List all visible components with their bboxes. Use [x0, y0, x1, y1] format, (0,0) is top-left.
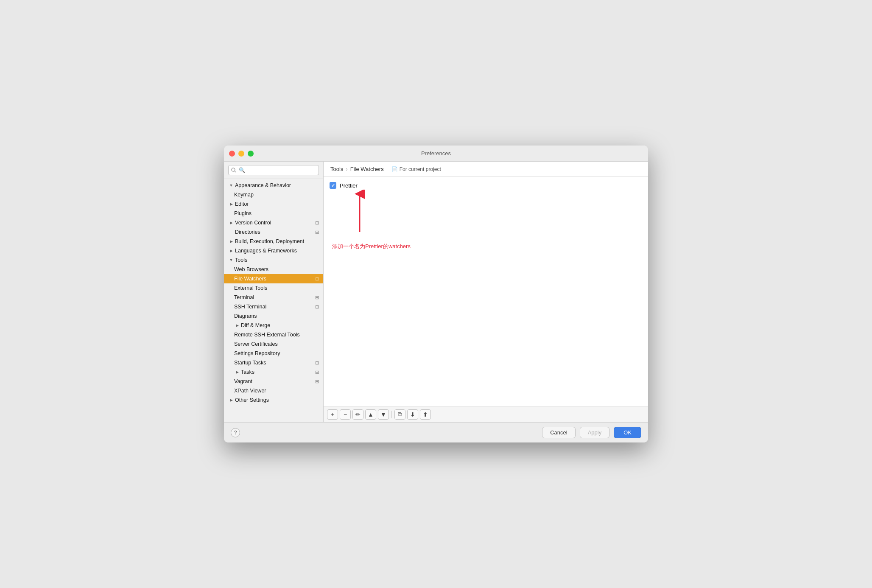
main-body: ✓ Prettier	[324, 177, 648, 406]
footer-right: Cancel Apply OK	[542, 427, 641, 438]
sidebar-item-label: Settings Repository	[234, 350, 280, 356]
minimize-button[interactable]	[238, 151, 244, 157]
import-button[interactable]: ⬇	[407, 409, 418, 420]
sidebar-item-languages-frameworks[interactable]: ▶ Languages & Frameworks	[224, 246, 323, 255]
project-badge-icon: 📄	[391, 166, 398, 172]
maximize-button[interactable]	[248, 151, 254, 157]
sidebar-item-label: Appearance & Behavior	[235, 182, 291, 188]
sidebar-item-label: XPath Viewer	[234, 388, 266, 394]
sidebar-item-label: Startup Tasks	[234, 360, 266, 366]
sidebar-item-build-execution-deployment[interactable]: ▶ Build, Execution, Deployment	[224, 237, 323, 246]
sidebar-item-label: Version Control	[235, 220, 271, 226]
sidebar-item-label: Build, Execution, Deployment	[235, 238, 304, 244]
project-badge-label: For current project	[400, 166, 441, 172]
sidebar-item-plugins[interactable]: Plugins	[224, 209, 323, 218]
help-button[interactable]: ?	[231, 428, 240, 437]
sidebar-item-remote-ssh-external-tools[interactable]: Remote SSH External Tools	[224, 330, 323, 339]
sync-icon: ⊞	[315, 295, 319, 300]
sidebar-item-label: Other Settings	[235, 397, 269, 403]
sidebar-item-terminal[interactable]: Terminal ⊞	[224, 293, 323, 302]
window-title: Preferences	[421, 150, 451, 157]
sidebar-item-label: Tasks	[241, 369, 254, 375]
expand-icon: ▼	[228, 182, 234, 188]
sidebar-item-label: Keymap	[234, 192, 254, 198]
sidebar-item-tools[interactable]: ▼ Tools	[224, 255, 323, 265]
move-down-button[interactable]: ▼	[378, 409, 389, 420]
sidebar-item-settings-repository[interactable]: Settings Repository	[224, 349, 323, 358]
expand-icon: ▶	[228, 248, 234, 254]
sync-icon: ⊞	[315, 360, 319, 366]
footer-left: ?	[231, 428, 240, 437]
content-area: ▼ Appearance & Behavior Keymap ▶ Editor …	[224, 162, 648, 422]
sidebar-item-diff-merge[interactable]: ▶ Diff & Merge	[224, 321, 323, 330]
expand-icon: ▶	[234, 369, 240, 375]
list-item: ✓ Prettier	[327, 180, 645, 190]
footer: ? Cancel Apply OK	[224, 422, 648, 442]
sync-icon: ⊞	[315, 379, 319, 384]
sidebar-item-startup-tasks[interactable]: Startup Tasks ⊞	[224, 358, 323, 367]
search-input[interactable]	[228, 165, 319, 175]
breadcrumb-separator: ›	[346, 166, 347, 172]
sidebar-item-diagrams[interactable]: Diagrams	[224, 311, 323, 321]
sidebar-item-label: File Watchers	[234, 276, 266, 282]
sync-icon: ⊞	[315, 276, 319, 282]
sidebar-item-directories[interactable]: Directories ⊞	[224, 227, 323, 237]
watcher-checkbox[interactable]: ✓	[330, 182, 336, 189]
sync-icon: ⊞	[315, 220, 319, 226]
sidebar-item-editor[interactable]: ▶ Editor	[224, 199, 323, 209]
expand-icon: ▶	[228, 201, 234, 207]
add-watcher-button[interactable]: +	[327, 409, 338, 420]
sidebar-item-label: Server Certificates	[234, 341, 278, 347]
sidebar-item-appearance-behavior[interactable]: ▼ Appearance & Behavior	[224, 181, 323, 190]
ok-button[interactable]: OK	[614, 427, 641, 438]
watchers-list: ✓ Prettier	[324, 177, 648, 406]
checkmark-icon: ✓	[331, 183, 335, 188]
edit-watcher-button[interactable]: ✏	[352, 409, 363, 420]
sidebar-list: ▼ Appearance & Behavior Keymap ▶ Editor …	[224, 179, 323, 422]
help-icon: ?	[234, 430, 237, 436]
close-button[interactable]	[229, 151, 235, 157]
sidebar-item-xpath-viewer[interactable]: XPath Viewer	[224, 386, 323, 395]
sidebar-item-label: Web Browsers	[234, 266, 268, 272]
sidebar-item-label: Vagrant	[234, 378, 252, 384]
sidebar-item-web-browsers[interactable]: Web Browsers	[224, 265, 323, 274]
sidebar-item-server-certificates[interactable]: Server Certificates	[224, 339, 323, 349]
sidebar-item-label: Editor	[235, 201, 249, 207]
sidebar-item-external-tools[interactable]: External Tools	[224, 283, 323, 293]
sidebar-item-keymap[interactable]: Keymap	[224, 190, 323, 199]
sidebar-item-other-settings[interactable]: ▶ Other Settings	[224, 395, 323, 405]
expand-icon: ▶	[228, 397, 234, 403]
sidebar-item-label: Diff & Merge	[241, 322, 270, 328]
main-toolbar: + − ✏ ▲ ▼ ⧉ ⬇ ⬆	[324, 406, 648, 422]
titlebar: Preferences	[224, 146, 648, 162]
export-button[interactable]: ⬆	[420, 409, 431, 420]
main-header: Tools › File Watchers 📄 For current proj…	[324, 162, 648, 177]
sidebar-item-version-control[interactable]: ▶ Version Control ⊞	[224, 218, 323, 227]
sidebar-item-label: Tools	[235, 257, 247, 263]
preferences-window: Preferences ▼ Appearance & Behavior Keym…	[224, 146, 648, 442]
move-up-button[interactable]: ▲	[365, 409, 376, 420]
sidebar-item-label: Terminal	[234, 294, 254, 300]
cancel-button[interactable]: Cancel	[542, 427, 575, 438]
sync-icon: ⊞	[315, 304, 319, 310]
copy-button[interactable]: ⧉	[394, 409, 405, 420]
sync-icon: ⊞	[315, 230, 319, 235]
search-bar	[224, 162, 323, 179]
window-controls	[229, 151, 254, 157]
sidebar-item-label: Directories	[235, 229, 260, 235]
breadcrumb-current: File Watchers	[350, 166, 384, 172]
sidebar-item-label: External Tools	[234, 285, 267, 291]
sidebar-item-tasks[interactable]: ▶ Tasks ⊞	[224, 367, 323, 377]
expand-icon: ▶	[234, 322, 240, 328]
expand-icon: ▼	[228, 257, 234, 263]
sidebar-item-label: Diagrams	[234, 313, 257, 319]
sidebar: ▼ Appearance & Behavior Keymap ▶ Editor …	[224, 162, 324, 422]
sidebar-item-vagrant[interactable]: Vagrant ⊞	[224, 377, 323, 386]
expand-icon: ▶	[228, 220, 234, 226]
sidebar-item-file-watchers[interactable]: File Watchers ⊞	[224, 274, 323, 283]
remove-watcher-button[interactable]: −	[340, 409, 351, 420]
sync-icon: ⊞	[315, 370, 319, 375]
sidebar-item-ssh-terminal[interactable]: SSH Terminal ⊞	[224, 302, 323, 311]
apply-button[interactable]: Apply	[580, 427, 610, 438]
project-badge: 📄 For current project	[391, 166, 441, 172]
